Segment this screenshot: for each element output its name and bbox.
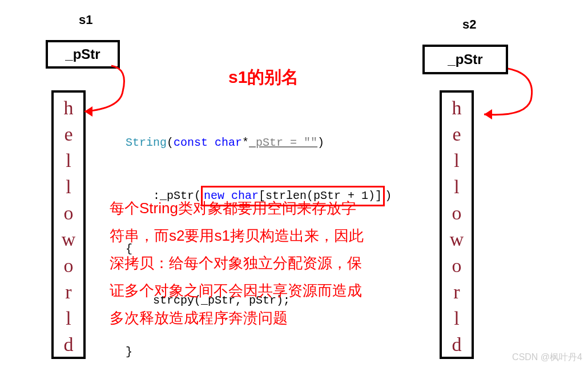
ptr-text-left: _pStr [65, 46, 100, 62]
memory-char: l [66, 147, 71, 174]
memory-char: o [452, 200, 462, 226]
diagram-title: s1的别名 [228, 66, 299, 89]
memory-box-right: helloworld [440, 90, 474, 359]
memory-char: r [453, 279, 460, 305]
code-line-1: String(const char* pStr = "") [126, 134, 392, 151]
memory-char: e [452, 121, 461, 147]
memory-char: l [66, 305, 71, 332]
watermark: CSDN @枫叶丹4 [512, 352, 582, 364]
memory-box-left: helloworld [51, 90, 86, 359]
memory-char: d [452, 332, 462, 358]
svg-marker-0 [84, 106, 92, 117]
memory-char: r [65, 279, 71, 305]
memory-char: h [64, 95, 74, 121]
memory-char: l [66, 174, 71, 200]
memory-char: w [62, 226, 76, 253]
code-line-5: } [126, 344, 392, 361]
memory-char: e [64, 121, 73, 147]
memory-char: o [64, 253, 74, 279]
memory-char: o [452, 253, 462, 279]
svg-marker-1 [484, 109, 492, 119]
memory-char: o [64, 200, 74, 226]
memory-char: d [64, 332, 74, 358]
ptr-text-right: _pStr [448, 51, 482, 67]
ptr-box-left: _pStr [46, 40, 120, 69]
memory-char: l [454, 305, 459, 332]
memory-char: w [450, 226, 464, 253]
explanation-text: 每个String类对象都要用空间来存放字 符串，而s2要用s1拷贝构造出来，因此… [110, 194, 424, 332]
label-s1: s1 [79, 13, 92, 27]
ptr-box-right: _pStr [422, 45, 508, 74]
memory-char: l [454, 174, 459, 200]
memory-char: h [452, 95, 462, 121]
memory-char: l [454, 147, 459, 174]
label-s2: s2 [462, 17, 476, 32]
